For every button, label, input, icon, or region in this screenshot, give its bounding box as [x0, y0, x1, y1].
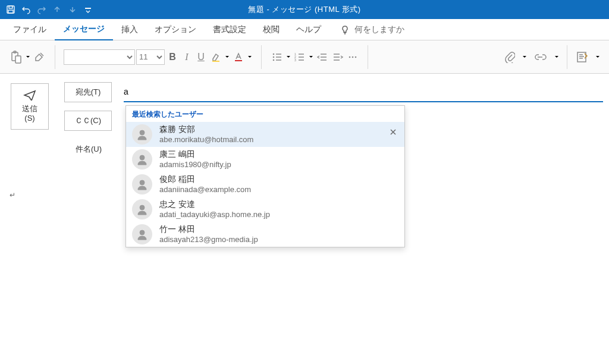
recipient-suggestions: 最近検索したユーザー 森勝 安部abe.morikatu@hotmail.com… [125, 105, 405, 247]
link-dropdown[interactable] [554, 55, 560, 59]
to-button[interactable]: 宛先(T) [64, 82, 112, 102]
undo-icon[interactable] [19, 1, 33, 18]
person-icon [132, 199, 152, 219]
font-name-select[interactable] [64, 49, 135, 65]
save-icon[interactable] [4, 1, 18, 18]
svg-point-17 [355, 56, 357, 58]
svg-rect-7 [212, 61, 219, 62]
tab-options[interactable]: オプション [146, 19, 205, 40]
suggestion-item[interactable]: 竹一 林田adisayah213@gmo-media.jp [126, 222, 404, 247]
svg-rect-6 [15, 56, 21, 63]
ribbon-tabs: ファイル メッセージ 挿入 オプション 書式設定 校閲 ヘルプ 何をしますか [0, 19, 609, 40]
svg-point-11 [273, 59, 275, 61]
svg-point-23 [140, 230, 145, 235]
suggestions-header: 最近検索したユーザー [126, 106, 404, 122]
svg-point-22 [140, 205, 145, 210]
paragraph-mark: ↵ [10, 191, 15, 199]
arrow-down-icon[interactable] [65, 1, 80, 18]
suggestion-item[interactable]: 康三 嶋田adamis1980@nifty.jp [126, 147, 404, 172]
arrow-up-icon[interactable] [50, 1, 64, 18]
svg-point-19 [140, 130, 145, 135]
svg-rect-8 [235, 60, 242, 61]
tell-me-label: 何をしますか [354, 24, 404, 35]
lightbulb-icon [340, 25, 350, 34]
font-color-button[interactable] [231, 48, 246, 66]
svg-point-21 [140, 180, 145, 185]
numbering-button[interactable]: 123 [293, 48, 307, 66]
subject-label: 件名(U) [64, 144, 113, 155]
suggestion-name: 俊郎 稲田 [159, 174, 251, 185]
signature-button[interactable] [575, 48, 590, 66]
svg-point-20 [140, 155, 145, 160]
font-color-dropdown[interactable] [247, 55, 253, 59]
tab-message[interactable]: メッセージ [55, 19, 113, 40]
customize-qat-icon[interactable] [81, 1, 95, 18]
font-size-select[interactable]: 11 [136, 49, 165, 65]
svg-point-16 [352, 56, 354, 58]
tab-file[interactable]: ファイル [5, 19, 55, 40]
more-para-icon[interactable] [346, 48, 359, 66]
to-field[interactable] [124, 82, 603, 102]
suggestion-item[interactable]: 俊郎 稲田adaniinada@example.com [126, 172, 404, 197]
send-button[interactable]: 送信 (S) [11, 83, 49, 130]
suggestion-name: 忠之 安達 [159, 199, 270, 210]
person-icon [132, 224, 152, 244]
tab-review[interactable]: 校閲 [255, 19, 288, 40]
quick-access-toolbar [0, 0, 95, 19]
send-icon [23, 90, 36, 101]
suggestion-email: adati_tadayuki@asp.home.ne.jp [159, 210, 270, 219]
outdent-button[interactable] [315, 48, 329, 66]
bold-button[interactable]: B [166, 48, 179, 66]
indent-button[interactable] [331, 48, 345, 66]
ribbon: 11 B I U 123 [0, 40, 609, 74]
underline-button[interactable]: U [194, 48, 208, 66]
person-icon [132, 124, 152, 145]
svg-rect-2 [8, 10, 13, 13]
svg-point-9 [273, 53, 275, 55]
highlight-dropdown[interactable] [224, 55, 230, 59]
person-icon [132, 174, 152, 194]
paste-dropdown[interactable] [25, 55, 31, 59]
link-button[interactable] [532, 48, 549, 66]
suggestion-name: 森勝 安部 [159, 124, 253, 135]
person-icon [132, 149, 152, 170]
tell-me[interactable]: 何をしますか [340, 24, 404, 35]
suggestion-email: adamis1980@nifty.jp [159, 160, 231, 170]
attach-dropdown[interactable] [522, 55, 528, 59]
title-bar: 無題 - メッセージ (HTML 形式) [0, 0, 609, 19]
suggestion-item[interactable]: 森勝 安部abe.morikatu@hotmail.com [126, 122, 404, 147]
tab-format[interactable]: 書式設定 [205, 19, 255, 40]
tab-insert[interactable]: 挿入 [113, 19, 146, 40]
cc-button[interactable]: ＣＣ(C) [64, 111, 112, 131]
suggestion-name: 竹一 林田 [159, 224, 258, 235]
bullets-dropdown[interactable] [285, 55, 291, 59]
tab-help[interactable]: ヘルプ [288, 19, 329, 40]
send-label: 送信 (S) [22, 104, 37, 123]
suggestion-email: adisayah213@gmo-media.jp [159, 235, 258, 244]
signature-dropdown[interactable] [595, 55, 601, 59]
remove-suggestion-icon[interactable] [388, 127, 398, 137]
suggestion-name: 康三 嶋田 [159, 149, 231, 160]
svg-point-15 [349, 56, 351, 58]
suggestion-item[interactable]: 忠之 安達adati_tadayuki@asp.home.ne.jp [126, 197, 404, 222]
suggestion-email: adaniinada@example.com [159, 185, 251, 194]
attach-file-button[interactable] [503, 48, 517, 66]
svg-text:3: 3 [294, 58, 296, 62]
suggestion-email: abe.morikatu@hotmail.com [159, 135, 253, 145]
bullets-button[interactable] [270, 48, 284, 66]
italic-button[interactable]: I [180, 48, 193, 66]
svg-point-10 [273, 56, 275, 58]
svg-rect-1 [9, 6, 12, 8]
numbering-dropdown[interactable] [308, 55, 314, 59]
format-painter-icon[interactable] [32, 48, 46, 66]
paste-button[interactable] [8, 48, 24, 66]
redo-icon[interactable] [34, 1, 49, 18]
svg-rect-3 [85, 8, 91, 9]
highlight-button[interactable] [209, 48, 223, 66]
